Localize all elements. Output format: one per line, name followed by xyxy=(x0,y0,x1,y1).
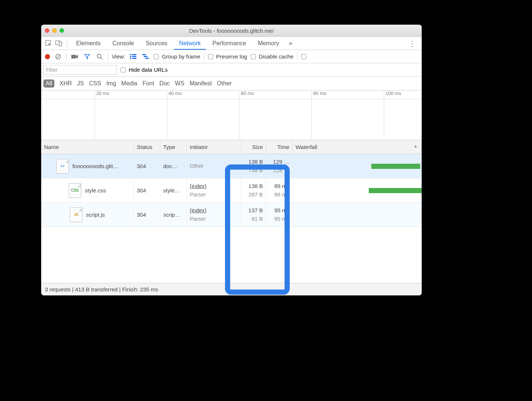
js-file-icon: JS xyxy=(70,207,82,222)
col-type[interactable]: Type xyxy=(160,140,187,154)
svg-line-7 xyxy=(101,57,103,59)
col-status[interactable]: Status xyxy=(134,140,160,154)
network-grid: Name Status Type Initiator Size Time Wat… xyxy=(41,140,422,295)
type-filter-media[interactable]: Media xyxy=(121,80,138,87)
tab-performance[interactable]: Performance xyxy=(207,37,251,50)
tabs-overflow-icon[interactable]: » xyxy=(289,39,292,47)
initiator-cell[interactable]: (index)Parser xyxy=(187,178,241,203)
tab-network[interactable]: Network xyxy=(174,37,206,50)
svg-rect-11 xyxy=(132,56,136,57)
size-cell: 137 B81 B xyxy=(241,203,266,227)
tab-console[interactable]: Console xyxy=(107,37,139,50)
svg-rect-2 xyxy=(59,42,62,46)
settings-kebab-icon[interactable]: ⋮ xyxy=(406,39,419,48)
initiator-cell[interactable]: (index)Parser xyxy=(187,203,241,227)
time-cell: 95 ms95 ms xyxy=(266,203,293,227)
doc-file-icon: <> xyxy=(56,159,69,174)
view-label: View: xyxy=(112,53,125,60)
titlebar: DevTools - foooooooods.glitch.me/ xyxy=(41,25,422,37)
type-filter-font[interactable]: Font xyxy=(142,80,154,87)
svg-line-4 xyxy=(57,55,60,58)
waterfall-cell xyxy=(293,154,422,178)
initiator-cell[interactable]: Other xyxy=(187,154,241,178)
request-name: script.js xyxy=(86,212,105,218)
svg-rect-15 xyxy=(144,56,147,57)
network-toolbar: View: Group by frame Preserve log Disabl… xyxy=(41,50,422,63)
col-waterfall[interactable]: Waterfall xyxy=(293,140,422,154)
col-time[interactable]: Time xyxy=(266,140,293,154)
waterfall-cell xyxy=(293,203,422,227)
filter-bar: Filter Hide data URLs xyxy=(41,63,422,77)
type-cell: style… xyxy=(160,178,187,203)
col-name[interactable]: Name xyxy=(41,140,134,154)
timeline-tick: 80 ms xyxy=(311,91,326,140)
filter-icon[interactable] xyxy=(83,52,92,61)
waterfall-view-icon[interactable] xyxy=(141,52,150,61)
record-button[interactable] xyxy=(45,54,50,59)
tab-memory[interactable]: Memory xyxy=(253,37,284,50)
tab-sources[interactable]: Sources xyxy=(140,37,172,50)
inspect-icon[interactable] xyxy=(44,39,53,48)
timeline-tick: 100 ms xyxy=(384,91,401,140)
search-icon[interactable] xyxy=(95,52,104,61)
svg-rect-14 xyxy=(142,54,146,55)
type-filter-css[interactable]: CSS xyxy=(89,80,101,87)
disable-cache-checkbox[interactable]: Disable cache xyxy=(251,53,293,60)
svg-rect-8 xyxy=(130,54,131,55)
main-tabs: Elements Console Sources Network Perform… xyxy=(41,37,422,50)
window-title: DevTools - foooooooods.glitch.me/ xyxy=(41,28,422,34)
table-row[interactable]: CSSstyle.css304style…(index)Parser138 B2… xyxy=(41,178,422,203)
filter-input[interactable]: Filter xyxy=(43,65,117,75)
svg-rect-13 xyxy=(132,58,136,59)
type-filter-js[interactable]: JS xyxy=(77,80,84,87)
time-cell: 89 ms88 ms xyxy=(266,178,293,203)
col-initiator[interactable]: Initiator xyxy=(187,140,241,154)
request-name: foooooooods.glit… xyxy=(72,163,118,169)
status-cell: 304 xyxy=(134,178,160,203)
type-filter-other[interactable]: Other xyxy=(217,80,232,87)
type-cell: doc… xyxy=(160,154,187,178)
css-file-icon: CSS xyxy=(69,183,81,198)
col-size[interactable]: Size xyxy=(241,140,266,154)
clear-icon[interactable] xyxy=(54,52,63,61)
tab-elements[interactable]: Elements xyxy=(71,37,106,50)
status-bar: 3 requests | 413 B transferred | Finish:… xyxy=(41,283,422,295)
timeline-tick: 40 ms xyxy=(167,91,182,140)
svg-rect-0 xyxy=(46,40,50,45)
type-filter-xhr[interactable]: XHR xyxy=(60,80,72,87)
svg-point-6 xyxy=(97,54,101,58)
svg-rect-9 xyxy=(132,54,136,55)
timeline-overview[interactable]: 20 ms40 ms60 ms80 ms100 ms xyxy=(41,91,422,140)
preserve-log-checkbox[interactable]: Preserve log xyxy=(208,53,247,60)
svg-rect-10 xyxy=(130,56,131,57)
type-filter-img[interactable]: Img xyxy=(106,80,116,87)
table-row[interactable]: <>foooooooods.glit…304doc…Other138 B734 … xyxy=(41,154,422,178)
group-by-frame-checkbox[interactable]: Group by frame xyxy=(154,53,200,60)
type-filters: AllXHRJSCSSImgMediaFontDocWSManifestOthe… xyxy=(41,77,422,91)
timeline-tick: 20 ms xyxy=(94,91,109,140)
time-cell: 129 …128 … xyxy=(266,154,293,178)
svg-rect-16 xyxy=(145,58,149,59)
svg-rect-12 xyxy=(130,58,131,59)
list-view-icon[interactable] xyxy=(129,52,138,61)
request-name: style.css xyxy=(85,187,106,194)
waterfall-cell xyxy=(293,178,422,203)
svg-rect-5 xyxy=(71,55,76,58)
type-filter-all[interactable]: All xyxy=(43,79,54,88)
offline-checkbox-partial[interactable] xyxy=(301,54,306,59)
type-filter-doc[interactable]: Doc xyxy=(159,80,169,87)
device-toggle-icon[interactable] xyxy=(54,39,63,48)
status-cell: 304 xyxy=(134,203,160,227)
size-cell: 138 B287 B xyxy=(241,178,266,203)
type-filter-ws[interactable]: WS xyxy=(175,80,185,87)
timeline-tick: 60 ms xyxy=(239,91,254,140)
type-cell: scrip… xyxy=(160,203,187,227)
status-cell: 304 xyxy=(134,154,160,178)
table-row[interactable]: JSscript.js304scrip…(index)Parser137 B81… xyxy=(41,203,422,227)
type-filter-manifest[interactable]: Manifest xyxy=(190,80,212,87)
size-cell: 138 B734 B xyxy=(241,154,266,178)
devtools-window: DevTools - foooooooods.glitch.me/ Elemen… xyxy=(41,25,422,295)
hide-data-urls-checkbox[interactable]: Hide data URLs xyxy=(121,67,168,73)
camera-icon[interactable] xyxy=(70,52,79,61)
